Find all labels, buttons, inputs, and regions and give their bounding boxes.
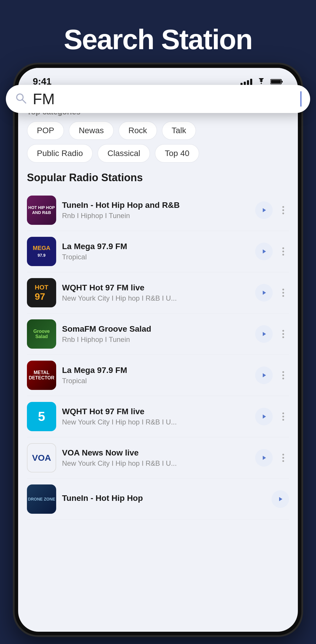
more-options-button[interactable] [277, 246, 289, 257]
search-icon [15, 92, 28, 106]
station-name: WQHT Hot 97 FM live [62, 283, 249, 292]
station-name: La Mega 97.9 FM [62, 366, 249, 375]
station-controls [272, 490, 289, 508]
svg-rect-1 [281, 81, 283, 83]
play-button[interactable] [255, 449, 273, 467]
station-tags: New Yourk City I Hip hop I R&B I U... [62, 459, 249, 467]
station-name: SomaFM Groove Salad [62, 324, 249, 334]
station-name: La Mega 97.9 FM [62, 242, 249, 251]
station-controls [255, 201, 289, 219]
chip-newas[interactable]: Newas [69, 121, 114, 140]
station-info: WQHT Hot 97 FM live New Yourk City I Hip… [62, 283, 249, 302]
more-options-button[interactable] [277, 452, 289, 464]
page-header: Search Station [0, 0, 316, 67]
list-item: METALDETECTOR La Mega 97.9 FM Tropical [27, 355, 289, 396]
battery-icon [270, 78, 283, 85]
station-logo: METALDETECTOR [27, 361, 56, 390]
station-controls [255, 408, 289, 425]
station-list: HOT HIP HOP AND R&B TuneIn - Hot Hip Hop… [27, 190, 289, 520]
play-button[interactable] [255, 243, 273, 260]
status-icons [241, 78, 283, 85]
more-options-button[interactable] [277, 204, 289, 216]
station-tags: New Yourk City I Hip hop I R&B I U... [62, 294, 249, 302]
station-info: La Mega 97.9 FM Tropical [62, 242, 249, 261]
svg-marker-5 [263, 291, 266, 295]
play-icon [260, 372, 267, 379]
screen-content: Top categories POP Newas Rock Talk Publi… [18, 90, 298, 630]
station-tags: Rnb I Hiphop I Tunein [62, 212, 249, 220]
svg-marker-8 [263, 415, 266, 419]
station-tags: Rnb I Hiphop I Tunein [62, 335, 249, 344]
station-controls [255, 284, 289, 302]
station-name: TuneIn - Hot Hip Hop [62, 494, 266, 503]
play-icon [260, 413, 267, 420]
svg-marker-3 [263, 208, 266, 212]
chip-pop[interactable]: POP [27, 121, 64, 140]
wifi-icon [256, 78, 266, 85]
svg-marker-4 [263, 249, 266, 254]
station-name: VOA News Now live [62, 448, 249, 458]
chip-public-radio[interactable]: Public Radio [27, 144, 93, 163]
play-icon [260, 207, 267, 214]
station-tags: Tropical [62, 377, 249, 385]
station-logo: HOT97 [27, 278, 56, 307]
station-info: TuneIn - Hot Hip Hop and R&B Rnb I Hipho… [62, 201, 249, 220]
list-item: HOT97 WQHT Hot 97 FM live New Yourk City… [27, 272, 289, 314]
station-info: WQHT Hot 97 FM live New Yourk City I Hip… [62, 407, 249, 426]
station-name: TuneIn - Hot Hip Hop and R&B [62, 201, 249, 210]
station-logo: MEGA97.9 [27, 237, 56, 266]
station-info: SomaFM Groove Salad Rnb I Hiphop I Tunei… [62, 324, 249, 344]
station-tags: Tropical [62, 253, 249, 261]
play-button[interactable] [255, 284, 273, 302]
chips-row-2: Public Radio Classical Top 40 [27, 144, 289, 163]
play-button[interactable] [272, 490, 289, 508]
phone-screen: 9:41 [18, 68, 298, 632]
play-icon [260, 454, 267, 461]
signal-icon [241, 78, 252, 85]
list-item: 5 WQHT Hot 97 FM live New Yourk City I H… [27, 396, 289, 437]
chip-talk[interactable]: Talk [162, 121, 196, 140]
list-item: VOA VOA News Now live New Yourk City I H… [27, 437, 289, 479]
search-input[interactable]: FM [33, 90, 300, 108]
station-controls [255, 366, 289, 384]
svg-marker-7 [263, 373, 266, 377]
more-options-button[interactable] [277, 369, 289, 381]
more-options-button[interactable] [277, 287, 289, 299]
list-item: Groove Salad SomaFM Groove Salad Rnb I H… [27, 314, 289, 355]
svg-marker-9 [263, 456, 266, 460]
station-logo: HOT HIP HOP AND R&B [27, 196, 56, 225]
play-icon [260, 330, 267, 338]
station-logo: 5 [27, 402, 56, 431]
list-item: DRONE ZONE TuneIn - Hot Hip Hop [27, 479, 289, 520]
list-item: HOT HIP HOP AND R&B TuneIn - Hot Hip Hop… [27, 190, 289, 231]
list-item: MEGA97.9 La Mega 97.9 FM Tropical [27, 231, 289, 272]
chips-row-1: POP Newas Rock Talk [27, 121, 289, 140]
station-info: TuneIn - Hot Hip Hop [62, 494, 266, 505]
station-controls [255, 449, 289, 467]
more-options-button[interactable] [277, 411, 289, 422]
chip-rock[interactable]: Rock [118, 121, 157, 140]
chip-classical[interactable]: Classical [97, 144, 150, 163]
play-button[interactable] [255, 325, 273, 343]
play-icon [260, 248, 267, 255]
play-button[interactable] [255, 201, 273, 219]
popular-section-title: Sopular Radio Stations [27, 172, 289, 184]
station-controls [255, 325, 289, 343]
station-name: WQHT Hot 97 FM live [62, 407, 249, 416]
play-button[interactable] [255, 408, 273, 425]
chip-top40[interactable]: Top 40 [155, 144, 199, 163]
station-info: VOA News Now live New Yourk City I Hip h… [62, 448, 249, 467]
search-bar[interactable]: FM [6, 85, 310, 113]
station-logo: Groove Salad [27, 319, 56, 349]
station-tags: New Yourk City I Hip hop I R&B I U... [62, 418, 249, 426]
more-options-button[interactable] [277, 328, 289, 340]
svg-marker-10 [279, 497, 282, 501]
svg-rect-2 [271, 80, 281, 83]
station-info: La Mega 97.9 FM Tropical [62, 366, 249, 385]
page-title: Search Station [0, 23, 316, 56]
cursor [300, 91, 301, 107]
station-controls [255, 243, 289, 260]
play-button[interactable] [255, 366, 273, 384]
search-input-area[interactable]: FM [33, 90, 301, 108]
station-logo: VOA [27, 443, 56, 472]
